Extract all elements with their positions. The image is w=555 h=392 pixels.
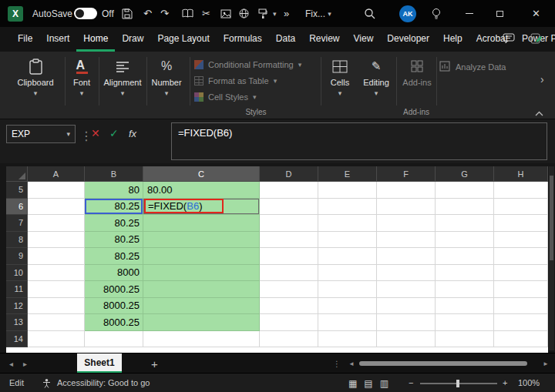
cell-d10[interactable] — [260, 265, 318, 282]
tab-insert[interactable]: Insert — [39, 27, 76, 52]
autosave-toggle[interactable] — [74, 0, 97, 27]
cell-e13[interactable] — [318, 314, 377, 331]
page-break-view-icon[interactable]: ▥ — [380, 378, 388, 389]
cell-a9[interactable] — [28, 248, 85, 265]
scrollbar-options-icon[interactable]: ⋮ — [333, 353, 341, 374]
cell-d12[interactable] — [260, 298, 318, 315]
cell-b7[interactable]: 80.25 — [85, 215, 143, 232]
cell-b10[interactable]: 8000 — [85, 265, 143, 282]
zoom-out-icon[interactable]: − — [409, 374, 413, 392]
scroll-right-icon[interactable]: ► — [543, 353, 549, 374]
cell-c14[interactable] — [143, 331, 260, 348]
row-header-8[interactable]: 8 — [6, 232, 28, 249]
add-ins-button[interactable]: Add-ins — [399, 57, 435, 87]
cell-f9[interactable] — [377, 248, 436, 265]
cell-f8[interactable] — [377, 232, 436, 249]
name-box[interactable]: EXP ▾ — [6, 125, 76, 143]
cell-d11[interactable] — [260, 281, 318, 298]
row-header-7[interactable]: 7 — [6, 215, 28, 232]
tab-formulas[interactable]: Formulas — [217, 27, 269, 52]
cell-e14[interactable] — [318, 331, 377, 348]
cell-a8[interactable] — [28, 232, 85, 249]
editing-group-button[interactable]: ✎ Editing ▾ — [359, 57, 393, 97]
alignment-group-button[interactable]: Alignment ▾ — [100, 57, 145, 97]
cell-a11[interactable] — [28, 281, 85, 298]
cell-styles-button[interactable]: Cell Styles ▾ — [194, 89, 318, 105]
cell-f14[interactable] — [377, 331, 436, 348]
zoom-level[interactable]: 100% — [518, 374, 540, 392]
cell-d7[interactable] — [260, 215, 318, 232]
page-layout-view-icon[interactable]: ▤ — [364, 378, 372, 389]
row-header-14[interactable]: 14 — [6, 331, 28, 348]
horizontal-scrollbar[interactable]: ◄ ► — [348, 353, 549, 374]
column-header-a[interactable]: A — [28, 166, 85, 182]
scroll-left-icon[interactable]: ◄ — [348, 353, 355, 374]
cell-g9[interactable] — [436, 248, 494, 265]
new-sheet-button[interactable]: + — [151, 353, 158, 374]
cell-a6[interactable] — [28, 199, 85, 216]
cell-h11[interactable] — [494, 281, 548, 298]
tab-page-layout[interactable]: Page Layout — [150, 27, 216, 52]
tab-data[interactable]: Data — [269, 27, 302, 52]
cell-g8[interactable] — [436, 232, 494, 249]
cell-f6[interactable] — [377, 199, 436, 216]
lightbulb-icon[interactable] — [432, 0, 441, 27]
cell-g14[interactable] — [436, 331, 494, 348]
cell-h6[interactable] — [494, 199, 548, 216]
cell-f7[interactable] — [377, 215, 436, 232]
cell-d14[interactable] — [260, 331, 318, 348]
chevron-down-icon[interactable]: ▾ — [273, 0, 277, 27]
column-header-c[interactable]: C — [143, 166, 260, 182]
cell-h8[interactable] — [494, 232, 548, 249]
number-group-button[interactable]: % Number ▾ — [148, 57, 185, 97]
cell-f5[interactable] — [377, 182, 436, 199]
cell-b14[interactable] — [85, 331, 143, 348]
cell-d6[interactable] — [260, 199, 318, 216]
horizontal-scrollbar-thumb[interactable] — [359, 361, 527, 366]
cell-f11[interactable] — [377, 281, 436, 298]
vertical-scrollbar-thumb[interactable] — [550, 176, 553, 260]
column-header-e[interactable]: E — [318, 166, 377, 182]
comments-icon[interactable] — [503, 33, 515, 48]
cell-c5[interactable]: 80.00 — [143, 182, 260, 199]
overflow-icon[interactable]: » — [284, 0, 289, 27]
cell-g5[interactable] — [436, 182, 494, 199]
file-name-menu[interactable]: Fix... ▾ — [305, 0, 331, 27]
cell-d5[interactable] — [260, 182, 318, 199]
zoom-in-icon[interactable]: + — [503, 374, 507, 392]
cell-e9[interactable] — [318, 248, 377, 265]
tab-help[interactable]: Help — [436, 27, 469, 52]
search-icon[interactable] — [364, 0, 375, 27]
save-icon[interactable] — [122, 0, 133, 27]
cell-e12[interactable] — [318, 298, 377, 315]
cell-c7[interactable] — [143, 215, 260, 232]
cancel-icon[interactable]: ✕ — [91, 127, 100, 139]
cell-e11[interactable] — [318, 281, 377, 298]
cell-c6-editing[interactable]: =FIXED(B6) — [143, 199, 260, 216]
accessibility-icon[interactable] — [42, 378, 52, 390]
cell-h9[interactable] — [494, 248, 548, 265]
row-header-9[interactable]: 9 — [6, 248, 28, 265]
excel-logo-icon[interactable]: X — [8, 0, 23, 27]
tab-file[interactable]: File — [11, 27, 39, 52]
cell-e10[interactable] — [318, 265, 377, 282]
cell-e7[interactable] — [318, 215, 377, 232]
editing-mode-icon[interactable] — [530, 33, 543, 48]
cell-h14[interactable] — [494, 331, 548, 348]
tab-draw[interactable]: Draw — [115, 27, 150, 52]
maximize-button[interactable] — [496, 0, 503, 27]
vertical-scrollbar[interactable] — [549, 166, 554, 350]
cell-b11[interactable]: 8000.25 — [85, 281, 143, 298]
tab-developer[interactable]: Developer — [380, 27, 436, 52]
row-header-11[interactable]: 11 — [6, 281, 28, 298]
cell-a14[interactable] — [28, 331, 85, 348]
row-header-5[interactable]: 5 — [6, 182, 28, 199]
row-header-13[interactable]: 13 — [6, 314, 28, 331]
clipboard-group-button[interactable]: Clipboard ▾ — [11, 57, 60, 97]
cell-g12[interactable] — [436, 298, 494, 315]
cell-c10[interactable] — [143, 265, 260, 282]
tab-view[interactable]: View — [347, 27, 381, 52]
cell-e5[interactable] — [318, 182, 377, 199]
tab-review[interactable]: Review — [302, 27, 346, 52]
accessibility-status[interactable]: Accessibility: Good to go — [57, 374, 150, 392]
